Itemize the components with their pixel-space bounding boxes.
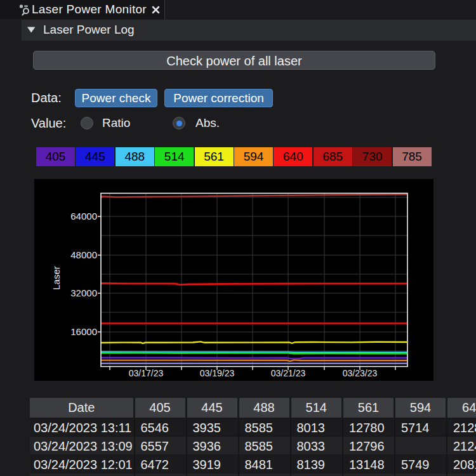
svg-text:48000: 48000 (70, 249, 97, 260)
svg-text:16000: 16000 (70, 326, 97, 337)
svg-text:Laser: Laser (51, 266, 62, 290)
svg-text:03/21/23: 03/21/23 (271, 368, 306, 378)
svg-text:64000: 64000 (70, 211, 97, 221)
svg-text:32000: 32000 (70, 288, 97, 298)
svg-text:03/17/23: 03/17/23 (129, 368, 164, 378)
svg-text:03/19/23: 03/19/23 (200, 368, 235, 378)
svg-text:03/23/23: 03/23/23 (343, 368, 378, 378)
